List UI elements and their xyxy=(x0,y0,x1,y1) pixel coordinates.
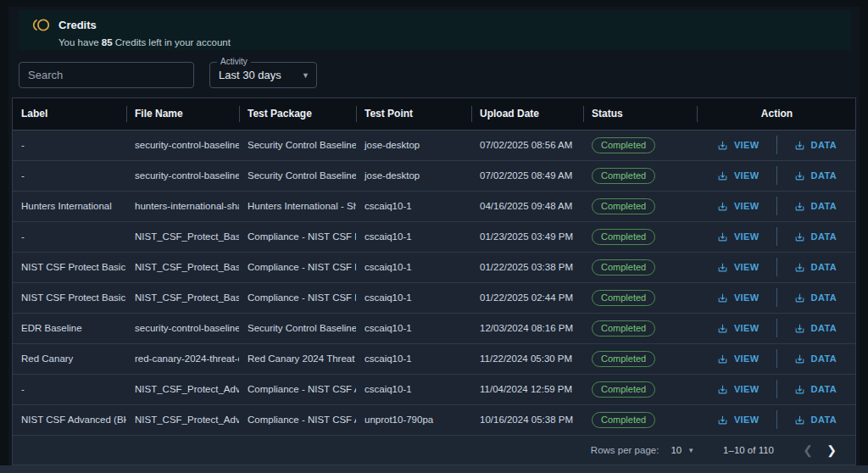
table-header-row: Label File Name Test Package Test Point … xyxy=(13,98,855,130)
cell-upload-date: 07/02/2025 08:49 AM xyxy=(471,160,583,191)
cell-test-package: Security Control Baseline - Nextg xyxy=(239,130,356,160)
cell-status: Completed xyxy=(583,160,697,191)
view-button[interactable]: VIEW xyxy=(709,289,768,307)
data-button[interactable]: DATA xyxy=(786,350,846,368)
download-icon xyxy=(717,415,728,426)
table-row[interactable]: - security-control-baseline-endpo Securi… xyxy=(13,160,855,191)
next-page-button[interactable]: ❯ xyxy=(820,443,843,457)
cell-test-point: cscaiq10-1 xyxy=(356,252,471,282)
data-button[interactable]: DATA xyxy=(786,228,846,246)
cell-upload-date: 11/22/2024 05:30 PM xyxy=(471,343,583,374)
cell-test-package: Red Canary 2024 Threat Detectio xyxy=(239,343,356,374)
credits-count: 85 xyxy=(102,37,113,47)
column-header-test-package: Test Package xyxy=(239,98,356,130)
cell-action: VIEW DATA xyxy=(697,160,855,191)
view-button[interactable]: VIEW xyxy=(709,320,768,337)
table-row[interactable]: NIST CSF Protect Basic NIST_CSF_Protect_… xyxy=(13,252,855,282)
action-divider xyxy=(776,349,777,368)
action-divider xyxy=(776,288,777,307)
status-badge: Completed xyxy=(592,320,655,337)
view-button[interactable]: VIEW xyxy=(709,228,768,246)
column-header-test-point: Test Point xyxy=(356,98,471,130)
download-icon xyxy=(717,353,728,364)
rows-per-page-select[interactable]: 10 ▼ xyxy=(670,445,694,455)
view-button[interactable]: VIEW xyxy=(709,198,768,215)
view-button[interactable]: VIEW xyxy=(709,259,768,276)
cell-label: - xyxy=(13,130,126,160)
view-button[interactable]: VIEW xyxy=(709,381,768,398)
cell-action: VIEW DATA xyxy=(697,282,855,313)
view-button-label: VIEW xyxy=(734,201,760,211)
cell-status: Completed xyxy=(583,374,697,404)
credits-banner: Credits You have 85 Credits left in your… xyxy=(19,10,851,50)
view-button-label: VIEW xyxy=(734,353,760,364)
data-button[interactable]: DATA xyxy=(786,411,846,429)
view-button[interactable]: VIEW xyxy=(709,411,768,429)
credits-message: You have 85 Credits left in your account xyxy=(58,37,839,47)
cell-status: Completed xyxy=(583,282,697,313)
data-button[interactable]: DATA xyxy=(786,259,846,276)
status-badge: Completed xyxy=(592,381,655,398)
previous-page-button[interactable]: ❮ xyxy=(796,443,820,457)
main-window: Credits You have 85 Credits left in your… xyxy=(8,7,860,465)
action-divider xyxy=(776,258,777,276)
download-icon xyxy=(794,231,805,242)
cell-test-package: Compliance - NIST CSF Advance xyxy=(239,374,356,404)
data-button[interactable]: DATA xyxy=(786,320,846,337)
cell-label: - xyxy=(13,160,126,191)
cell-upload-date: 11/04/2024 12:59 PM xyxy=(471,374,583,404)
data-button[interactable]: DATA xyxy=(786,198,846,215)
cell-label: EDR Baseline xyxy=(13,313,126,343)
data-button[interactable]: DATA xyxy=(786,136,846,154)
table-row[interactable]: NIST CSF Advanced (BH) NIST_CSF_Protect_… xyxy=(13,404,855,435)
cell-label: NIST CSF Advanced (BH) xyxy=(13,404,126,435)
activity-select[interactable]: Activity Last 30 days ▼ xyxy=(209,62,317,88)
data-button[interactable]: DATA xyxy=(786,381,846,398)
status-badge: Completed xyxy=(592,137,655,153)
cell-label: Hunters International xyxy=(13,191,126,221)
credits-title: Credits xyxy=(58,19,97,31)
data-button-label: DATA xyxy=(811,231,837,242)
data-button-label: DATA xyxy=(811,262,837,272)
cell-action: VIEW DATA xyxy=(697,343,855,374)
data-button[interactable]: DATA xyxy=(786,289,846,307)
cell-status: Completed xyxy=(583,221,697,252)
download-icon xyxy=(717,231,728,242)
data-button[interactable]: DATA xyxy=(786,167,846,185)
view-button[interactable]: VIEW xyxy=(709,136,768,154)
download-icon xyxy=(794,170,805,181)
credits-coins-icon xyxy=(32,16,50,34)
table-row[interactable]: - security-control-baseline-nextge Secur… xyxy=(13,130,855,160)
table-row[interactable]: NIST CSF Protect Basic NIST_CSF_Protect_… xyxy=(13,282,855,313)
status-badge: Completed xyxy=(592,168,655,184)
cell-test-package: Compliance - NIST CSF Advance xyxy=(239,404,356,435)
table-row[interactable]: Hunters International hunters-internatio… xyxy=(13,191,855,221)
cell-test-point: cscaiq10-1 xyxy=(356,313,471,343)
table-row[interactable]: Red Canary red-canary-2024-threat-detect… xyxy=(13,343,855,374)
table-row[interactable]: - NIST_CSF_Protect_Basic_outpu Complianc… xyxy=(13,221,855,252)
cell-test-package: Compliance - NIST CSF Basic xyxy=(239,221,356,252)
cell-test-point: cscaiq10-1 xyxy=(356,221,471,252)
data-button-label: DATA xyxy=(811,415,837,425)
data-button-label: DATA xyxy=(811,140,837,150)
view-button[interactable]: VIEW xyxy=(709,350,768,368)
download-icon xyxy=(794,262,805,273)
view-button[interactable]: VIEW xyxy=(709,167,768,185)
rows-per-page-label: Rows per page: xyxy=(591,445,659,455)
cell-action: VIEW DATA xyxy=(697,191,855,221)
cell-file-name: security-control-baseline-endpo xyxy=(126,313,239,343)
cell-upload-date: 10/16/2024 05:38 PM xyxy=(471,404,583,435)
cell-action: VIEW DATA xyxy=(697,221,855,252)
cell-action: VIEW DATA xyxy=(697,130,855,160)
cell-label: NIST CSF Protect Basic xyxy=(13,282,126,313)
cell-file-name: red-canary-2024-threat-detectio xyxy=(126,343,239,374)
search-input[interactable] xyxy=(19,62,194,88)
column-header-status: Status xyxy=(583,98,697,130)
cell-test-point: jose-desktop xyxy=(356,160,471,191)
cell-status: Completed xyxy=(583,252,697,282)
download-icon xyxy=(794,384,805,395)
activity-select-label: Activity xyxy=(217,57,251,66)
table-row[interactable]: - NIST_CSF_Protect_Advanced_o Compliance… xyxy=(13,374,855,404)
cell-file-name: NIST_CSF_Protect_Advanced_o xyxy=(126,374,239,404)
table-row[interactable]: EDR Baseline security-control-baseline-e… xyxy=(13,313,855,343)
